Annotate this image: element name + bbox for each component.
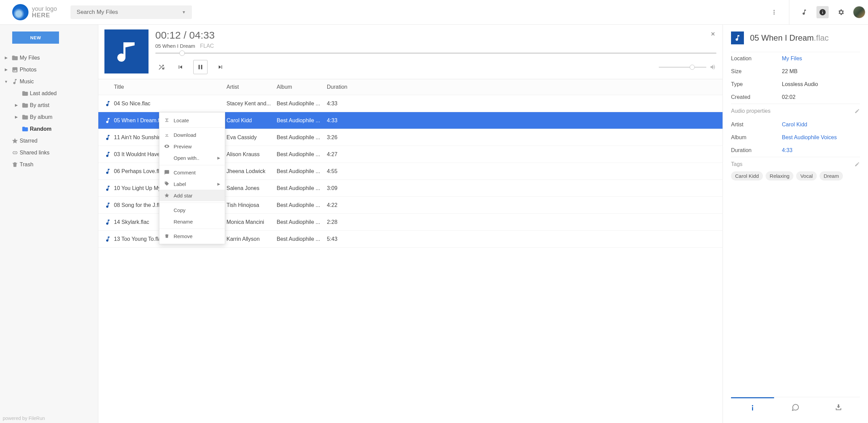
column-headers: Title Artist Album Duration	[98, 79, 723, 95]
sidebar-item-label: Last added	[30, 90, 57, 97]
music-icon[interactable]	[798, 6, 810, 18]
search-placeholder: Search My Files	[77, 9, 118, 16]
details-panel: 05 When I Dream.flac LocationMy Files Si…	[723, 25, 868, 423]
tag[interactable]: Relaxing	[766, 171, 793, 181]
table-row[interactable]: 04 So Nice.flacStacey Kent and...Best Au…	[98, 95, 723, 112]
col-album[interactable]: Album	[277, 84, 327, 90]
search-dropdown-caret[interactable]: ▼	[182, 10, 186, 15]
logo-text-top: your logo	[32, 6, 57, 12]
sidebar-item-by-artist[interactable]: ▶By artist	[0, 99, 98, 111]
edit-audio-icon[interactable]	[854, 108, 860, 114]
progress-bar[interactable]	[155, 52, 716, 54]
album-art	[104, 29, 149, 73]
tag[interactable]: Carol Kidd	[731, 171, 763, 181]
tab-info[interactable]	[731, 397, 774, 416]
previous-icon[interactable]	[174, 61, 186, 73]
menu-open-with[interactable]: Open with..▶	[159, 152, 225, 164]
sidebar-item-my-files[interactable]: ▶My Files	[0, 52, 98, 64]
music-file-icon	[102, 134, 114, 141]
context-menu: Locate Download Preview Open with..▶ Com…	[159, 112, 225, 244]
music-file-icon	[102, 117, 114, 124]
sidebar-item-label: Shared links	[20, 150, 50, 156]
music-file-icon	[102, 100, 114, 107]
sidebar-item-trash[interactable]: Trash	[0, 158, 98, 170]
music-file-icon	[102, 236, 114, 242]
tags-heading: Tags	[731, 161, 743, 167]
menu-comment[interactable]: Comment	[159, 167, 225, 178]
main-content: 00:12 / 04:33 05 When I Dream FLAC	[98, 25, 723, 423]
sidebar-item-starred[interactable]: Starred	[0, 135, 98, 147]
sidebar-item-label: Music	[20, 79, 34, 85]
location-link[interactable]: My Files	[782, 56, 802, 62]
svg-point-4	[752, 405, 753, 406]
file-name: 05 When I Dream	[750, 33, 814, 42]
menu-preview[interactable]: Preview	[159, 141, 225, 152]
size-value: 22 MB	[782, 68, 797, 75]
player: 00:12 / 04:33 05 When I Dream FLAC	[98, 25, 723, 79]
music-file-icon	[102, 185, 114, 192]
created-value: 02:02	[782, 94, 795, 100]
album-link[interactable]: Best Audiophile Voices	[782, 134, 837, 141]
svg-point-0	[774, 10, 775, 11]
svg-point-2	[774, 14, 775, 15]
volume-slider[interactable]	[659, 67, 706, 68]
sidebar-item-random[interactable]: Random	[0, 123, 98, 135]
menu-download[interactable]: Download	[159, 129, 225, 141]
menu-add-star[interactable]: Add star	[159, 190, 225, 201]
menu-remove[interactable]: Remove	[159, 230, 225, 242]
sidebar: NEW ▶My Files ▶Photos ▼Music Last added …	[0, 25, 98, 423]
menu-rename[interactable]: Rename	[159, 216, 225, 227]
sidebar-item-music[interactable]: ▼Music	[0, 76, 98, 87]
sidebar-item-label: Starred	[20, 138, 37, 144]
next-icon[interactable]	[214, 61, 226, 73]
audio-properties-heading: Audio properties	[731, 108, 771, 114]
sidebar-item-by-album[interactable]: ▶By album	[0, 111, 98, 123]
col-title[interactable]: Title	[114, 84, 226, 90]
svg-point-1	[774, 12, 775, 13]
menu-label[interactable]: Label▶	[159, 178, 225, 190]
sidebar-item-label: Random	[30, 126, 52, 132]
avatar[interactable]	[853, 6, 865, 18]
file-ext: .flac	[814, 33, 829, 42]
pause-button[interactable]	[193, 60, 208, 74]
edit-tags-icon[interactable]	[854, 162, 860, 167]
search-input[interactable]: Search My Files ▼	[71, 5, 192, 19]
col-duration[interactable]: Duration	[327, 84, 723, 90]
svg-rect-3	[752, 407, 753, 410]
logo-icon	[12, 4, 28, 20]
music-file-icon	[102, 168, 114, 175]
tab-comments[interactable]	[774, 397, 817, 416]
menu-copy[interactable]: Copy	[159, 204, 225, 216]
file-type-icon	[731, 31, 744, 44]
tab-download[interactable]	[817, 397, 860, 416]
powered-by: powered by FileRun	[3, 416, 45, 421]
close-player-icon[interactable]: ✕	[711, 31, 715, 37]
sidebar-item-label: Trash	[20, 162, 33, 168]
header: your logo HERE Search My Files ▼	[0, 0, 868, 25]
logo[interactable]: your logo HERE	[12, 4, 57, 20]
sidebar-item-last-added[interactable]: Last added	[0, 87, 98, 99]
sidebar-item-label: By artist	[30, 102, 50, 108]
sidebar-item-photos[interactable]: ▶Photos	[0, 64, 98, 76]
sidebar-item-label: Photos	[20, 67, 37, 73]
new-button[interactable]: NEW	[12, 31, 59, 44]
sidebar-item-shared-links[interactable]: Shared links	[0, 147, 98, 158]
track-list: 04 So Nice.flacStacey Kent and...Best Au…	[98, 95, 723, 423]
tag[interactable]: Dream	[820, 171, 843, 181]
sidebar-item-label: By album	[30, 114, 53, 120]
info-icon[interactable]	[816, 6, 829, 18]
menu-locate[interactable]: Locate	[159, 114, 225, 126]
logo-text-bottom: HERE	[32, 12, 57, 19]
tag-list: Carol Kidd Relaxing Vocal Dream	[731, 171, 860, 181]
artist-link[interactable]: Carol Kidd	[782, 122, 807, 128]
duration-link[interactable]: 4:33	[782, 147, 792, 153]
sidebar-item-label: My Files	[20, 55, 40, 61]
volume-icon[interactable]	[710, 64, 716, 70]
track-title: 05 When I Dream	[155, 43, 195, 49]
shuffle-icon[interactable]	[155, 61, 167, 73]
tag[interactable]: Vocal	[796, 171, 817, 181]
col-artist[interactable]: Artist	[226, 84, 277, 90]
more-menu-icon[interactable]	[768, 6, 780, 18]
music-file-icon	[102, 151, 114, 158]
gear-icon[interactable]	[835, 6, 847, 18]
